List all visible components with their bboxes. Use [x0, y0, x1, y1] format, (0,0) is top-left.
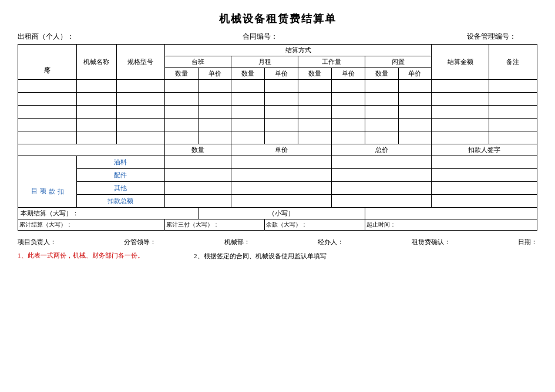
deduct-other-label: 其他: [77, 182, 165, 195]
note2: 2、根据签定的合同、机械设备使用监认单填写: [194, 252, 537, 261]
contract-label: 合同编号：: [243, 32, 313, 42]
idle-header: 闲置: [365, 56, 432, 68]
balance-label: 余款（大写）：: [265, 219, 365, 231]
finance-label: 经办人：: [318, 238, 344, 246]
col-seq-header: 序号: [18, 45, 77, 80]
date-range-label: 起止时间：: [365, 219, 537, 231]
work-qty-header: 数量: [298, 68, 332, 80]
shift-price-header: 单价: [198, 68, 231, 80]
work-price-header: 单价: [331, 68, 365, 80]
col-model-header: 规格型号: [116, 45, 164, 80]
page-title: 机械设备租赁费结算单: [18, 12, 537, 26]
lessor-label: 出租商（个人）：: [18, 32, 88, 42]
main-table: 序号 机械名称 规格型号 结算方式 结算金额 备注 台班 月租 工作量 闲置 数…: [18, 44, 537, 231]
deduct-label-cell: 扣款项目: [18, 156, 77, 208]
monthly-price-header: 单价: [265, 68, 298, 80]
pm-label: 项目负责人：: [18, 238, 56, 246]
table-row: [18, 106, 537, 119]
deduct-row-total: 扣款总额: [18, 195, 537, 208]
shift-qty-header: 数量: [164, 68, 198, 80]
deduct-oil-label: 油料: [77, 156, 165, 169]
deduct-total-label: 总价: [331, 144, 431, 156]
deduct-row-oil: 扣款项目 油料: [18, 156, 537, 169]
deduct-row-other: 其他: [18, 182, 537, 195]
cumulative-label: 累计结算（大写）：: [18, 219, 165, 231]
current-small-label: （小写）: [198, 208, 365, 219]
shift-header: 台班: [164, 56, 231, 68]
monthly-qty-header: 数量: [231, 68, 265, 80]
note-row: 1、此表一式两份，机械、财务部门各一份。 2、根据签定的合同、机械设备使用监认单…: [18, 251, 537, 261]
fee-confirm-label: 租赁费确认：: [412, 238, 450, 246]
table-row: [18, 131, 537, 144]
table-row: [18, 93, 537, 106]
deduct-qty-label: 数量: [164, 144, 231, 156]
current-period-label: 本期结算（大写）：: [18, 208, 199, 219]
table-row: [18, 80, 537, 93]
table-row: [18, 119, 537, 131]
settle-method-header: 结算方式: [164, 45, 432, 56]
deduct-price-label: 单价: [231, 144, 331, 156]
cumulative-row: 累计结算（大写）： 累计三付（大写）： 余款（大写）： 起止时间：: [18, 219, 537, 231]
idle-qty-header: 数量: [365, 68, 398, 80]
deduct-signer-label: 扣款人签字: [432, 144, 537, 156]
branch-label: 分管领导：: [124, 238, 156, 246]
date-label: 日期：: [518, 238, 537, 246]
cumulative-paid-label: 累计三付（大写）：: [164, 219, 264, 231]
mech-dept-label: 机械部：: [224, 238, 250, 246]
monthly-header: 月租: [231, 56, 298, 68]
device-mgmt-label: 设备管理编号：: [467, 32, 537, 42]
col-name-header: 机械名称: [77, 45, 116, 80]
deduct-sub-header-row: 数量 单价 总价 扣款人签字: [18, 144, 537, 156]
deduct-total-row-label: 扣款总额: [77, 195, 165, 208]
remark-header: 备注: [489, 45, 537, 80]
deduct-parts-label: 配件: [77, 169, 165, 182]
current-period-row: 本期结算（大写）： （小写）: [18, 208, 537, 219]
total-amount-header: 结算金额: [432, 45, 489, 80]
sign-row: 项目负责人： 分管领导： 机械部： 经办人： 租赁费确认： 日期：: [18, 238, 537, 246]
idle-price-header: 单价: [398, 68, 432, 80]
header-row: 出租商（个人）： 合同编号： 设备管理编号：: [18, 32, 537, 42]
work-header: 工作量: [298, 56, 365, 68]
deduct-row-parts: 配件: [18, 169, 537, 182]
